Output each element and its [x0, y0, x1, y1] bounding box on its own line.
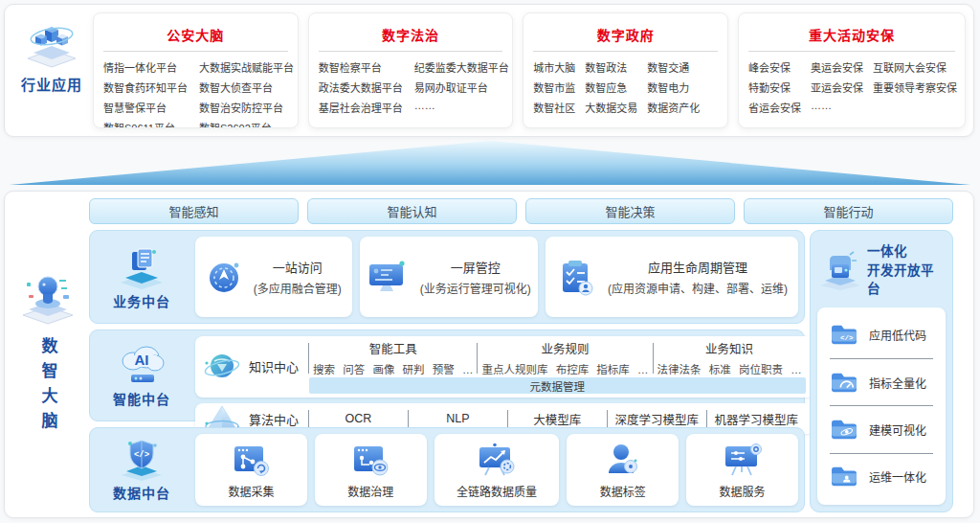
- group-business-knowledge: 业务知识 法律法条 标准 岗位职责 …: [654, 339, 806, 376]
- card-title: 数据服务: [720, 483, 766, 499]
- dev-item-modeling: 建模可视化: [817, 406, 946, 452]
- platform-item: ……: [414, 100, 509, 111]
- card-digital-government: 数字政府 城市大脑 数智市监 数智社区 …… 数智政法 数智应急 大数据交易: [523, 12, 728, 128]
- platform-item: 数智电力: [647, 80, 700, 95]
- intelligence-row-label: 智能中台: [113, 389, 170, 408]
- card-one-stop-access: 一站访问 (多应用融合管理): [195, 237, 352, 317]
- bar-intelligent-decision: 智能决策: [525, 198, 735, 224]
- dev-box-icon: [818, 249, 862, 291]
- metadata-management-strip: 元数据管理: [309, 377, 806, 394]
- card-data-collection: 数据采集: [195, 434, 307, 506]
- svg-text:AI: AI: [135, 352, 149, 368]
- divider: [319, 51, 503, 52]
- industry-side-label: 行业应用: [21, 74, 82, 94]
- card-app-lifecycle-management: 应用生命周期管理 (应用资源申请、构建、部署、运维): [546, 237, 798, 317]
- card-full-chain-data-quality: 全链路数据质量: [434, 434, 560, 506]
- intelligence-platform-row: AI 智能中台 知识中心: [89, 330, 805, 421]
- architecture-diagram: 行业应用 公安大脑 情指一体化平台 数智食药环知平台 智慧警保平台 数智S061…: [0, 0, 980, 523]
- group-smart-tools: 智能工具 搜索 问答 画像 研判 预警 …: [309, 339, 477, 376]
- card-data-labeling: 数据标签: [567, 434, 679, 506]
- card-one-screen-control: 一屏管控 (业务运行管理可视化): [360, 237, 538, 317]
- clipboard-icon: [556, 258, 596, 296]
- data-platform-row: </> 数据中台 数据采集: [89, 427, 805, 512]
- platform-item: 纪委监委大数据平台: [414, 59, 509, 75]
- platform-item: ……: [811, 100, 863, 111]
- algo-item-nlp: NLP: [409, 412, 507, 425]
- data-governance-icon: [350, 442, 390, 478]
- brain-head-icon: [20, 272, 76, 326]
- data-service-icon: [722, 442, 764, 478]
- dev-item-metrics: 指标全量化: [817, 359, 946, 405]
- algo-item-llm-library: 大模型库: [508, 410, 607, 428]
- support-funnel-arrow: [10, 141, 970, 185]
- card-title: 数据治理: [347, 483, 393, 499]
- platform-item: 基层社会治理平台: [319, 100, 403, 115]
- card-title: 一屏管控: [420, 258, 531, 276]
- business-row-head: 业务中台: [96, 237, 188, 317]
- platform-item: 数智市监: [533, 80, 575, 95]
- platform-item: 数智S2602平台: [199, 120, 294, 128]
- divider: [103, 51, 288, 52]
- card-title: 应用生命周期管理: [608, 258, 788, 276]
- card-subtitle: (业务运行管理可视化): [420, 280, 531, 296]
- card-title: 数据采集: [228, 483, 274, 499]
- card-subtitle: (多应用融合管理): [254, 280, 342, 296]
- platform-item: ……: [533, 120, 575, 128]
- platform-item: 数智大侦查平台: [199, 80, 294, 95]
- algo-item-ocr: OCR: [309, 412, 408, 425]
- platform-item: 数智社区: [533, 100, 575, 115]
- group-business-rules: 业务规则 重点人规则库 布控库 指标库 …: [478, 339, 652, 376]
- platform-item: 数智S0611平台: [103, 120, 188, 128]
- brain-side-label-block: 数智大脑: [9, 272, 87, 437]
- platform-item: 数智食药环知平台: [103, 80, 188, 95]
- dev-panel-title: 一体化 开发开放平台: [867, 242, 947, 299]
- platform-item: 大数据交易: [585, 100, 637, 115]
- knowledge-center-label: 知识中心: [249, 357, 299, 375]
- modeling-folder-icon: [830, 418, 858, 442]
- platform-item: 奥运会安保: [811, 59, 863, 75]
- bar-intelligent-cognition: 智能认知: [307, 198, 517, 224]
- svg-text:</>: </>: [134, 450, 149, 460]
- card-title: 公安大脑: [102, 25, 289, 44]
- bar-intelligent-perception: 智能感知: [89, 198, 299, 224]
- card-title: 重大活动安保: [747, 25, 956, 44]
- ops-folder-icon: [830, 465, 858, 489]
- platform-item: 互联网大会安保: [873, 59, 957, 75]
- platform-item: 峰会安保: [748, 59, 801, 75]
- card-data-governance: 数据治理: [315, 434, 427, 506]
- brain-side-label: 数智大脑: [36, 337, 60, 437]
- card-title: 数据标签: [600, 483, 646, 499]
- apps-platform-icon: [118, 244, 166, 290]
- dev-item-low-code: </> 应用低代码: [817, 312, 946, 358]
- card-subtitle: (应用资源申请、构建、部署、运维): [608, 280, 788, 296]
- data-row-label: 数据中台: [113, 483, 170, 502]
- platform-item: 政法委大数据平台: [319, 80, 403, 95]
- platform-item: 情指一体化平台: [103, 59, 188, 75]
- industry-applications-panel: 行业应用 公安大脑 情指一体化平台 数智食药环知平台 智慧警保平台 数智S061…: [4, 4, 974, 137]
- data-shield-icon: </>: [118, 438, 166, 482]
- divider: [533, 51, 718, 52]
- knowledge-center-card: 知识中心 智能工具 搜索 问答 画像 研判 预警 … 业务规则: [195, 336, 815, 398]
- data-collect-icon: [231, 442, 271, 478]
- card-major-event-security: 重大活动安保 峰会安保 特勤安保 省运会安保 奥运会安保 亚运会安保 …… 互联…: [738, 12, 966, 128]
- card-title: 数字政府: [532, 25, 719, 44]
- card-title: 数字法治: [318, 25, 504, 44]
- platform-item: 数智政法: [585, 59, 637, 75]
- metrics-folder-icon: [830, 371, 858, 395]
- industry-cards: 公安大脑 情指一体化平台 数智食药环知平台 智慧警保平台 数智S0611平台 ……: [93, 12, 966, 128]
- svg-text:</>: </>: [840, 334, 854, 342]
- platform-item: 亚运会安保: [811, 80, 863, 95]
- bar-intelligent-action: 智能行动: [744, 198, 953, 224]
- platform-item: 数据资产化: [647, 100, 700, 115]
- capability-bars: 智能感知 智能认知 智能决策 智能行动: [89, 198, 953, 224]
- platform-item: 智慧警保平台: [103, 100, 188, 115]
- platform-item: 特勤安保: [748, 80, 801, 95]
- data-quality-icon: [476, 442, 518, 478]
- lowcode-folder-icon: </>: [830, 323, 858, 347]
- knowledge-globe-icon: [203, 351, 241, 383]
- platform-item: 数智检察平台: [319, 59, 403, 75]
- digital-brain-panel: 智能感知 智能认知 智能决策 智能行动 数智大脑: [4, 191, 974, 518]
- algo-item-deep-learning: 深度学习模型库: [608, 410, 706, 428]
- business-row-label: 业务中台: [113, 291, 170, 310]
- platform-item: 城市大脑: [533, 59, 575, 75]
